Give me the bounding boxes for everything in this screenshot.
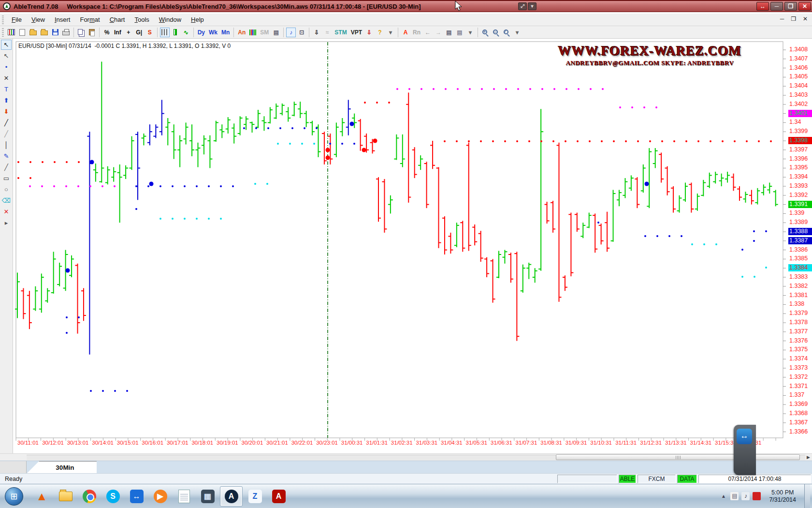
menu-view[interactable]: View (27, 15, 50, 25)
vlc-icon[interactable]: ▲ (30, 486, 53, 507)
help-button[interactable]: ? (375, 28, 385, 37)
analysis-button[interactable]: An (236, 28, 247, 37)
save-icon[interactable] (50, 28, 60, 37)
tray-volume-icon[interactable]: ♪ (741, 492, 750, 500)
price-chart[interactable] (13, 39, 812, 453)
bar-chart-type-button[interactable] (160, 28, 170, 37)
volume-indicator-icon[interactable] (248, 28, 258, 37)
abletrend-icon[interactable]: A (220, 486, 243, 507)
mdi-minimize-button[interactable]: ─ (778, 15, 786, 22)
restore-button[interactable]: ❐ (784, 2, 797, 11)
session-dropdown-button[interactable]: ▾ (528, 2, 536, 10)
menu-insert[interactable]: Insert (50, 15, 75, 25)
mdi-close-button[interactable]: ✕ (801, 15, 809, 22)
eraser-tool[interactable]: ⌫ (1, 195, 12, 206)
daily-button[interactable]: Dy (196, 28, 206, 37)
zoom-in-button[interactable]: + (480, 28, 490, 37)
teamviewer-overlay-widget[interactable]: ↔ (734, 425, 756, 475)
rn-button[interactable]: Rn (411, 28, 422, 37)
up-arrow-tool[interactable]: ⬆ (1, 95, 12, 105)
down-arrow-tool[interactable]: ⬇ (1, 106, 12, 117)
teamviewer-icon[interactable]: ↔ (125, 486, 148, 507)
ellipse-tool[interactable]: ○ (1, 184, 12, 194)
chrome-icon[interactable] (78, 486, 101, 507)
calculator-icon[interactable]: ▦ (196, 486, 219, 507)
z-app-icon[interactable]: Z (244, 486, 266, 507)
menu-window[interactable]: Window (154, 15, 186, 25)
vpt-button[interactable]: VPT (349, 28, 363, 37)
remove-all-tool[interactable]: ✕ (1, 207, 12, 217)
tray-app-icon[interactable]: ▤ (730, 492, 739, 500)
tab-30min[interactable]: 30Min (27, 461, 97, 474)
line-chart-type-button[interactable]: ∿ (181, 28, 191, 37)
back-button[interactable]: ← (423, 28, 433, 37)
new-chart-icon[interactable] (17, 28, 27, 37)
auto-trade-button[interactable]: A (401, 28, 410, 37)
media-player-icon[interactable]: ▶ (149, 486, 172, 507)
toolbar-grip[interactable] (2, 28, 4, 37)
channel-tool[interactable]: ╱ (1, 162, 12, 172)
pointer-tool[interactable]: ↖ (1, 51, 12, 61)
open-icon[interactable] (28, 28, 38, 37)
text-tool[interactable]: T (1, 84, 12, 94)
print-icon[interactable] (61, 28, 71, 37)
inf-button[interactable]: Inf (113, 28, 123, 37)
chart-area[interactable]: EUR/USD [30-Min] 07/31/14 -0.0001 C 1.33… (13, 39, 812, 453)
delete-tool[interactable]: ✕ (1, 73, 12, 83)
session-scale-button[interactable]: ⤢ (518, 2, 527, 10)
forward-button[interactable]: → (434, 28, 443, 37)
ray-tool[interactable]: ╱ (1, 129, 12, 139)
import-icon[interactable] (39, 28, 49, 37)
more2-dropdown-icon[interactable]: ▾ (465, 28, 475, 37)
start-button[interactable]: ⊞ (5, 487, 23, 506)
scroll-right-button[interactable]: ▶ (805, 454, 812, 461)
percent-button[interactable]: % (102, 28, 112, 37)
menu-tools[interactable]: Tools (130, 15, 154, 25)
window-link-icon[interactable]: ⊡ (297, 28, 306, 37)
chart-window-icon[interactable] (6, 28, 16, 37)
weekly-button[interactable]: Wk (207, 28, 219, 37)
notepad-icon[interactable] (173, 486, 195, 507)
zoom-reset-button[interactable]: ∕ (502, 28, 511, 37)
close-button[interactable]: ✕ (798, 2, 811, 11)
trendline-tool[interactable]: ╱ (1, 118, 12, 128)
stm-button[interactable]: STM (333, 28, 348, 37)
grid-button[interactable]: G| (134, 28, 144, 37)
list2-button[interactable]: ▤ (455, 28, 464, 37)
taskbar-clock[interactable]: 5:00 PM 7/31/2014 (764, 489, 801, 504)
menu-help[interactable]: Help (186, 15, 209, 25)
menu-format[interactable]: Format (75, 15, 104, 25)
scrollbar-thumb[interactable] (556, 454, 800, 460)
vertical-line-tool[interactable]: │ (1, 140, 12, 150)
mdi-restore-button[interactable]: ❒ (790, 15, 798, 22)
menu-chart[interactable]: Chart (105, 15, 130, 25)
wave-icon[interactable]: ≈ (322, 28, 332, 37)
export2-icon[interactable]: ⇩ (364, 28, 374, 37)
explorer-folder-icon[interactable] (54, 486, 77, 507)
zoom-out-button[interactable]: − (491, 28, 501, 37)
s-button[interactable]: S (145, 28, 155, 37)
more-dropdown-icon[interactable]: ▾ (386, 28, 395, 37)
skype-icon[interactable]: S (102, 486, 124, 507)
draw-tool[interactable]: ✎ (1, 151, 12, 161)
sound-alert-button[interactable]: ♪ (286, 28, 296, 37)
menu-file[interactable]: File (7, 15, 27, 25)
show-desktop-button[interactable] (804, 484, 810, 508)
candlestick-type-button[interactable] (171, 28, 180, 37)
zoom-dropdown-icon[interactable]: ▾ (512, 28, 522, 37)
plus-button[interactable]: + (124, 28, 133, 37)
sm-button[interactable]: SM (259, 28, 270, 37)
copy-icon[interactable] (76, 28, 86, 37)
expand-toolstrip[interactable]: ▸ (1, 218, 12, 228)
list-button[interactable]: ▤ (444, 28, 454, 37)
adobe-reader-icon[interactable]: A (267, 486, 290, 507)
pan-button[interactable]: ↔ (756, 2, 769, 11)
paste-icon[interactable] (87, 28, 97, 37)
dot-tool[interactable]: • (1, 62, 12, 72)
tray-alert-icon[interactable] (753, 492, 761, 500)
tray-show-hidden-icon[interactable]: ▴ (719, 492, 727, 500)
select-pointer-tool[interactable]: ↖ (1, 40, 12, 50)
menubar-grip[interactable] (2, 15, 4, 24)
monthly-button[interactable]: Mn (220, 28, 231, 37)
export-data-icon[interactable]: ⇩ (312, 28, 321, 37)
